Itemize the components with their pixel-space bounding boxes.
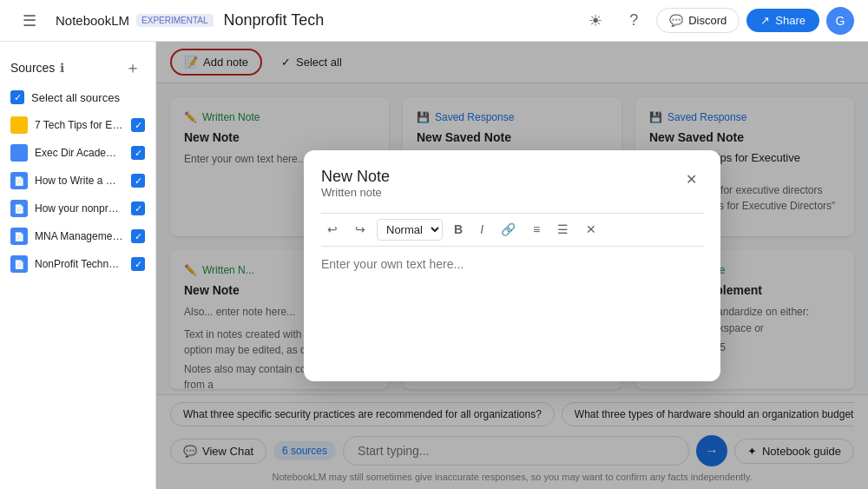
source-check-2[interactable]: ✓	[131, 146, 145, 160]
clear-format-button[interactable]: ✕	[580, 220, 602, 239]
sidebar-item-3[interactable]: 📄 How to Write a Grant... ✓	[0, 167, 155, 195]
source-check-3[interactable]: ✓	[131, 174, 145, 188]
source-icon-6: 📄	[10, 255, 28, 273]
source-icon-4: 📄	[10, 200, 28, 217]
logo-badge: Experimental	[136, 14, 214, 27]
note-editor[interactable]	[321, 257, 703, 361]
sources-text: Sources	[10, 61, 55, 75]
sources-label: Sources ℹ	[10, 61, 64, 75]
unordered-list-button[interactable]: ☰	[551, 220, 575, 239]
sidebar: Sources ℹ ＋ ✓ Select all sources 7 Tech …	[0, 42, 156, 489]
source-icon-5: 📄	[10, 228, 28, 245]
info-icon: ℹ	[60, 61, 64, 75]
editor-toolbar: ↩ ↪ Normal B I 🔗 ≡ ☰ ✕	[321, 213, 703, 247]
sidebar-item-1[interactable]: 7 Tech Tips for Exec... ✓	[0, 111, 155, 139]
bold-button[interactable]: B	[448, 220, 469, 239]
source-label-3: How to Write a Grant...	[35, 175, 124, 187]
modal-subtitle: Written note	[321, 186, 390, 199]
theme-toggle-button[interactable]: ☀	[580, 5, 611, 36]
undo-button[interactable]: ↩	[321, 220, 344, 239]
select-all-checkbox[interactable]: ✓	[10, 90, 24, 104]
select-all-label: Select all sources	[31, 91, 120, 104]
sidebar-item-5[interactable]: 📄 MNA Management Ma... ✓	[0, 222, 155, 250]
redo-button[interactable]: ↪	[349, 220, 372, 239]
italic-button[interactable]: I	[474, 220, 490, 239]
modal-close-button[interactable]: ✕	[679, 168, 703, 192]
source-icon-2	[10, 144, 28, 162]
modal-title-area: New Note Written note	[321, 168, 390, 209]
modal-overlay[interactable]: New Note Written note ✕ ↩ ↪ Normal B I 🔗…	[156, 42, 868, 489]
share-label: Share	[775, 14, 806, 27]
header: ☰ NotebookLM Experimental Nonprofit Tech…	[0, 0, 868, 42]
sidebar-item-4[interactable]: 📄 How your nonprofit ca... ✓	[0, 195, 155, 222]
source-label-1: 7 Tech Tips for Exec...	[35, 119, 124, 131]
share-icon: ↗	[760, 14, 770, 27]
format-select[interactable]: Normal	[377, 219, 443, 241]
source-label-2: Exec Dir Academy 20...	[35, 147, 124, 159]
avatar-letter: G	[836, 14, 845, 28]
modal-header: New Note Written note ✕	[321, 168, 703, 209]
source-icon-3: 📄	[10, 172, 28, 189]
discord-label: Discord	[688, 14, 727, 27]
avatar[interactable]: G	[826, 7, 854, 35]
new-note-modal: New Note Written note ✕ ↩ ↪ Normal B I 🔗…	[304, 150, 720, 381]
hamburger-icon: ☰	[23, 11, 36, 30]
source-check-4[interactable]: ✓	[131, 202, 145, 215]
select-all-row[interactable]: ✓ Select all sources	[0, 87, 155, 111]
sidebar-item-6[interactable]: 📄 NonProfit Technology ... ✓	[0, 250, 155, 278]
discord-button[interactable]: 💬 Discord	[656, 8, 740, 33]
menu-icon[interactable]: ☰	[14, 5, 45, 36]
share-button[interactable]: ↗ Share	[746, 9, 819, 32]
main-layout: Sources ℹ ＋ ✓ Select all sources 7 Tech …	[0, 42, 868, 489]
source-check-5[interactable]: ✓	[131, 229, 145, 243]
sidebar-header: Sources ℹ ＋	[0, 49, 155, 87]
logo-area: NotebookLM Experimental	[56, 13, 214, 28]
main-content: 📝 Add note ✓ Select all ✏️ Written Note …	[156, 42, 868, 489]
add-source-button[interactable]: ＋	[121, 56, 145, 80]
source-label-6: NonProfit Technology ...	[35, 258, 124, 270]
logo-text: NotebookLM	[56, 13, 129, 28]
modal-title: New Note	[321, 168, 390, 186]
page-title: Nonprofit Tech	[224, 11, 570, 30]
sidebar-item-2[interactable]: Exec Dir Academy 20... ✓	[0, 139, 155, 167]
link-button[interactable]: 🔗	[495, 220, 522, 239]
ordered-list-button[interactable]: ≡	[527, 220, 546, 239]
help-button[interactable]: ?	[618, 5, 649, 36]
header-actions: ☀ ? 💬 Discord ↗ Share G	[580, 5, 854, 36]
discord-icon: 💬	[669, 14, 683, 27]
source-check-1[interactable]: ✓	[131, 118, 145, 132]
source-label-5: MNA Management Ma...	[35, 230, 124, 242]
source-label-4: How your nonprofit ca...	[35, 202, 124, 215]
source-check-6[interactable]: ✓	[131, 257, 145, 271]
source-icon-1	[10, 116, 28, 134]
